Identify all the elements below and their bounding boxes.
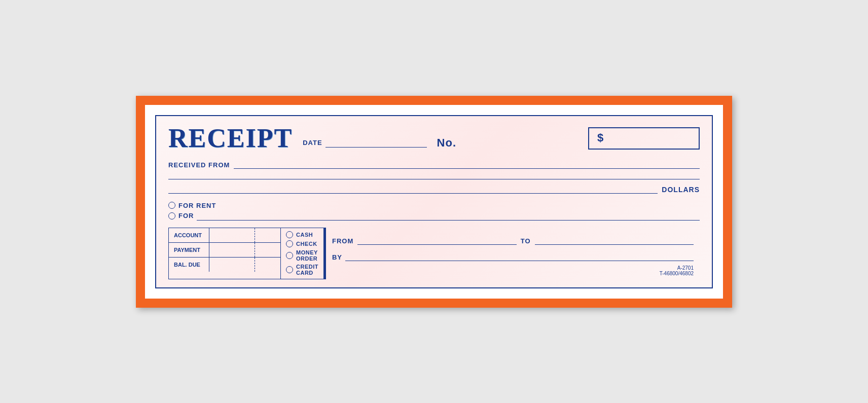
payment-extra xyxy=(255,243,280,257)
for-rent-label: FOR RENT xyxy=(178,202,216,209)
dollars-label: DOLLARS xyxy=(662,186,700,194)
bottom-section: ACCOUNT PAYMENT BAL. DUE xyxy=(168,228,700,279)
dollars-row: DOLLARS xyxy=(168,179,700,194)
date-label: DATE xyxy=(303,139,322,146)
date-line xyxy=(326,138,427,148)
by-label: BY xyxy=(332,253,342,261)
by-line xyxy=(345,252,694,261)
account-label: ACCOUNT xyxy=(169,228,209,242)
account-value[interactable] xyxy=(209,228,255,242)
baldue-value[interactable] xyxy=(209,258,255,272)
white-background: RECEIPT DATE No. $ RECEIVED FROM xyxy=(145,105,723,299)
payment-row: PAYMENT xyxy=(169,243,280,258)
date-area: DATE xyxy=(303,138,426,148)
for-label: FOR xyxy=(178,212,194,219)
money-order-radio[interactable] xyxy=(286,252,293,259)
cash-radio[interactable] xyxy=(286,231,293,238)
form-code-1: A-2701 xyxy=(332,265,694,271)
for-rent-radio[interactable] xyxy=(168,202,175,209)
from-label: FROM xyxy=(332,237,353,245)
outer-orange-border: RECEIPT DATE No. $ RECEIVED FROM xyxy=(136,96,732,308)
account-row: ACCOUNT xyxy=(169,228,280,243)
no-area: No. xyxy=(437,136,456,150)
dollar-box: $ xyxy=(588,127,700,150)
for-row: FOR xyxy=(168,211,700,221)
receipt-form: RECEIPT DATE No. $ RECEIVED FROM xyxy=(155,115,713,288)
cash-label: CASH xyxy=(296,232,313,238)
for-line xyxy=(197,211,700,221)
form-code-2: T-46800/46802 xyxy=(332,271,694,276)
payment-value[interactable] xyxy=(209,243,255,257)
payment-options: CASH CHECK MONEYORDER CREDITCARD xyxy=(281,228,324,279)
header-row: RECEIPT DATE No. $ xyxy=(168,125,700,152)
right-section: FROM TO BY A-2701 T-46800/46802 xyxy=(326,228,700,279)
for-radio[interactable] xyxy=(168,212,175,219)
received-from-line xyxy=(234,159,700,169)
to-line xyxy=(535,236,694,245)
baldue-label: BAL. DUE xyxy=(169,258,209,272)
money-order-option[interactable]: MONEYORDER xyxy=(286,249,318,262)
check-label: CHECK xyxy=(296,241,317,247)
account-extra xyxy=(255,228,280,242)
for-rent-row: FOR RENT xyxy=(168,202,700,209)
received-from-row: RECEIVED FROM xyxy=(168,159,700,169)
dollar-sign: $ xyxy=(597,131,603,144)
no-label: No. xyxy=(437,136,456,150)
credit-card-option[interactable]: CREDITCARD xyxy=(286,264,318,276)
form-codes: A-2701 T-46800/46802 xyxy=(332,265,694,276)
credit-card-radio[interactable] xyxy=(286,266,293,273)
account-table: ACCOUNT PAYMENT BAL. DUE xyxy=(168,228,281,279)
from-to-row: FROM TO xyxy=(332,236,694,245)
header-left: RECEIPT DATE No. xyxy=(168,125,588,152)
for-section: FOR RENT FOR xyxy=(168,202,700,221)
to-label: TO xyxy=(521,237,531,245)
money-order-label: MONEYORDER xyxy=(296,249,318,262)
by-row: BY xyxy=(332,252,694,261)
received-from-label: RECEIVED FROM xyxy=(168,161,230,169)
check-radio[interactable] xyxy=(286,240,293,247)
baldue-extra xyxy=(255,258,280,272)
cash-option[interactable]: CASH xyxy=(286,231,318,238)
credit-card-label: CREDITCARD xyxy=(296,264,318,276)
dollars-line xyxy=(168,184,658,194)
from-line xyxy=(357,236,516,245)
check-option[interactable]: CHECK xyxy=(286,240,318,247)
payment-label: PAYMENT xyxy=(169,243,209,257)
receipt-title: RECEIPT xyxy=(168,125,293,152)
baldue-row: BAL. DUE xyxy=(169,258,280,272)
